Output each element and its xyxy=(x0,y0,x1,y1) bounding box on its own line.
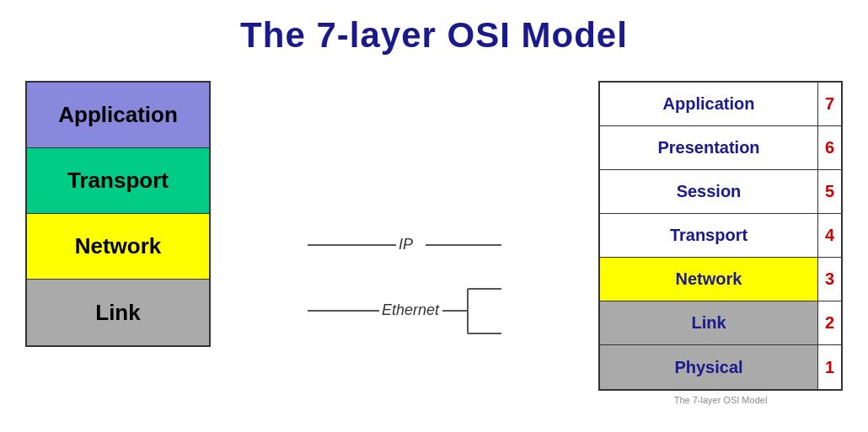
page-title: The 7-layer OSI Model xyxy=(0,0,868,64)
left-layer-link: Link xyxy=(27,280,209,345)
right-stack-wrapper: Application 7 Presentation 6 Session xyxy=(598,81,843,405)
right-layer-link: Link 2 xyxy=(600,301,841,345)
content-area: Application Transport Network Link IP Et… xyxy=(0,72,868,405)
right-layer-application: Application 7 xyxy=(600,83,841,126)
left-layer-transport: Transport xyxy=(27,148,209,214)
watermark: The 7-layer OSI Model xyxy=(598,395,843,405)
right-layer-presentation: Presentation 6 xyxy=(600,126,841,170)
ethernet-label: Ethernet xyxy=(382,301,440,318)
right-layer-transport: Transport 4 xyxy=(600,214,841,258)
connector-svg: IP Ethernet xyxy=(308,81,501,350)
right-layer-network: Network 3 xyxy=(600,258,841,301)
right-stack: Application 7 Presentation 6 Session xyxy=(598,81,843,391)
right-layer-physical: Physical 1 xyxy=(600,345,841,389)
ip-label: IP xyxy=(399,236,413,253)
left-layer-application: Application xyxy=(27,83,209,148)
connector-area: IP Ethernet xyxy=(308,81,501,350)
left-layer-network: Network xyxy=(27,214,209,280)
right-layer-session: Session 5 xyxy=(600,170,841,214)
left-stack: Application Transport Network Link xyxy=(25,81,211,347)
